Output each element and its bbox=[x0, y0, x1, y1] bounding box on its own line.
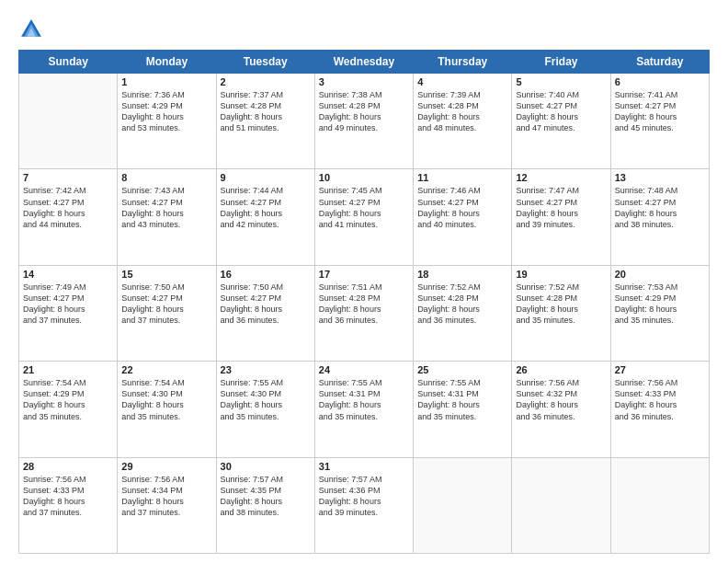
calendar-week-row: 21Sunrise: 7:54 AMSunset: 4:29 PMDayligh… bbox=[19, 362, 710, 457]
day-info: Sunrise: 7:41 AMSunset: 4:27 PMDaylight:… bbox=[615, 89, 705, 134]
calendar-cell: 23Sunrise: 7:55 AMSunset: 4:30 PMDayligh… bbox=[216, 362, 314, 457]
day-info: Sunrise: 7:47 AMSunset: 4:27 PMDaylight:… bbox=[516, 185, 606, 230]
day-number: 6 bbox=[615, 76, 705, 87]
calendar-cell: 10Sunrise: 7:45 AMSunset: 4:27 PMDayligh… bbox=[314, 169, 413, 265]
calendar-cell: 22Sunrise: 7:54 AMSunset: 4:30 PMDayligh… bbox=[118, 362, 216, 457]
day-number: 30 bbox=[221, 461, 311, 472]
day-info: Sunrise: 7:51 AMSunset: 4:28 PMDaylight:… bbox=[319, 282, 409, 327]
calendar-cell bbox=[512, 457, 610, 553]
day-number: 31 bbox=[319, 461, 409, 472]
day-number: 11 bbox=[417, 172, 507, 183]
calendar-cell: 9Sunrise: 7:44 AMSunset: 4:27 PMDaylight… bbox=[216, 169, 314, 265]
day-info: Sunrise: 7:52 AMSunset: 4:28 PMDaylight:… bbox=[417, 282, 507, 327]
calendar-cell: 28Sunrise: 7:56 AMSunset: 4:33 PMDayligh… bbox=[19, 457, 118, 553]
day-info: Sunrise: 7:56 AMSunset: 4:33 PMDaylight:… bbox=[615, 377, 705, 422]
calendar-cell bbox=[19, 74, 118, 169]
day-number: 18 bbox=[417, 269, 507, 280]
calendar-cell: 31Sunrise: 7:57 AMSunset: 4:36 PMDayligh… bbox=[314, 457, 413, 553]
day-info: Sunrise: 7:44 AMSunset: 4:27 PMDaylight:… bbox=[221, 185, 311, 230]
day-info: Sunrise: 7:40 AMSunset: 4:27 PMDaylight:… bbox=[516, 89, 606, 134]
calendar-week-row: 1Sunrise: 7:36 AMSunset: 4:29 PMDaylight… bbox=[19, 74, 710, 169]
calendar-cell: 19Sunrise: 7:52 AMSunset: 4:28 PMDayligh… bbox=[512, 265, 610, 361]
calendar-cell: 12Sunrise: 7:47 AMSunset: 4:27 PMDayligh… bbox=[512, 169, 610, 265]
calendar-cell: 15Sunrise: 7:50 AMSunset: 4:27 PMDayligh… bbox=[118, 265, 216, 361]
day-info: Sunrise: 7:39 AMSunset: 4:28 PMDaylight:… bbox=[417, 89, 507, 134]
day-info: Sunrise: 7:46 AMSunset: 4:27 PMDaylight:… bbox=[417, 185, 507, 230]
weekday-header: Thursday bbox=[414, 51, 512, 74]
day-number: 17 bbox=[319, 269, 409, 280]
day-info: Sunrise: 7:55 AMSunset: 4:31 PMDaylight:… bbox=[417, 377, 507, 422]
day-info: Sunrise: 7:56 AMSunset: 4:34 PMDaylight:… bbox=[121, 474, 211, 519]
calendar-table: SundayMondayTuesdayWednesdayThursdayFrid… bbox=[18, 50, 710, 554]
day-number: 3 bbox=[319, 76, 409, 87]
calendar-cell: 4Sunrise: 7:39 AMSunset: 4:28 PMDaylight… bbox=[414, 74, 512, 169]
calendar-cell: 25Sunrise: 7:55 AMSunset: 4:31 PMDayligh… bbox=[414, 362, 512, 457]
day-number: 26 bbox=[516, 364, 606, 375]
day-number: 19 bbox=[516, 269, 606, 280]
day-number: 24 bbox=[319, 364, 409, 375]
day-info: Sunrise: 7:50 AMSunset: 4:27 PMDaylight:… bbox=[221, 282, 311, 327]
day-number: 21 bbox=[23, 364, 113, 375]
page: SundayMondayTuesdayWednesdayThursdayFrid… bbox=[0, 0, 728, 563]
day-number: 10 bbox=[319, 172, 409, 183]
day-number: 16 bbox=[221, 269, 311, 280]
day-number: 13 bbox=[615, 172, 705, 183]
day-info: Sunrise: 7:54 AMSunset: 4:30 PMDaylight:… bbox=[121, 377, 211, 422]
calendar-cell: 1Sunrise: 7:36 AMSunset: 4:29 PMDaylight… bbox=[118, 74, 216, 169]
day-info: Sunrise: 7:56 AMSunset: 4:33 PMDaylight:… bbox=[23, 474, 113, 519]
day-info: Sunrise: 7:56 AMSunset: 4:32 PMDaylight:… bbox=[516, 377, 606, 422]
weekday-header: Tuesday bbox=[216, 51, 314, 74]
day-info: Sunrise: 7:36 AMSunset: 4:29 PMDaylight:… bbox=[121, 89, 211, 134]
calendar-cell: 20Sunrise: 7:53 AMSunset: 4:29 PMDayligh… bbox=[610, 265, 709, 361]
weekday-row: SundayMondayTuesdayWednesdayThursdayFrid… bbox=[19, 51, 710, 74]
day-number: 25 bbox=[417, 364, 507, 375]
calendar-cell: 6Sunrise: 7:41 AMSunset: 4:27 PMDaylight… bbox=[610, 74, 709, 169]
day-number: 12 bbox=[516, 172, 606, 183]
day-info: Sunrise: 7:37 AMSunset: 4:28 PMDaylight:… bbox=[221, 89, 311, 134]
day-info: Sunrise: 7:55 AMSunset: 4:31 PMDaylight:… bbox=[319, 377, 409, 422]
calendar-cell bbox=[610, 457, 709, 553]
logo-icon bbox=[18, 17, 44, 42]
day-info: Sunrise: 7:55 AMSunset: 4:30 PMDaylight:… bbox=[221, 377, 311, 422]
day-number: 22 bbox=[121, 364, 211, 375]
day-number: 8 bbox=[121, 172, 211, 183]
day-info: Sunrise: 7:52 AMSunset: 4:28 PMDaylight:… bbox=[516, 282, 606, 327]
day-info: Sunrise: 7:57 AMSunset: 4:36 PMDaylight:… bbox=[319, 474, 409, 519]
day-number: 4 bbox=[417, 76, 507, 87]
calendar-cell: 24Sunrise: 7:55 AMSunset: 4:31 PMDayligh… bbox=[314, 362, 413, 457]
day-info: Sunrise: 7:49 AMSunset: 4:27 PMDaylight:… bbox=[23, 282, 113, 327]
calendar-cell: 18Sunrise: 7:52 AMSunset: 4:28 PMDayligh… bbox=[414, 265, 512, 361]
calendar-cell: 2Sunrise: 7:37 AMSunset: 4:28 PMDaylight… bbox=[216, 74, 314, 169]
day-number: 15 bbox=[121, 269, 211, 280]
weekday-header: Sunday bbox=[19, 51, 118, 74]
weekday-header: Wednesday bbox=[314, 51, 413, 74]
day-info: Sunrise: 7:45 AMSunset: 4:27 PMDaylight:… bbox=[319, 185, 409, 230]
calendar-cell: 16Sunrise: 7:50 AMSunset: 4:27 PMDayligh… bbox=[216, 265, 314, 361]
weekday-header: Friday bbox=[512, 51, 610, 74]
calendar-body: 1Sunrise: 7:36 AMSunset: 4:29 PMDaylight… bbox=[19, 74, 710, 554]
day-number: 29 bbox=[121, 461, 211, 472]
calendar-cell: 5Sunrise: 7:40 AMSunset: 4:27 PMDaylight… bbox=[512, 74, 610, 169]
calendar-cell: 27Sunrise: 7:56 AMSunset: 4:33 PMDayligh… bbox=[610, 362, 709, 457]
day-info: Sunrise: 7:54 AMSunset: 4:29 PMDaylight:… bbox=[23, 377, 113, 422]
calendar-cell: 26Sunrise: 7:56 AMSunset: 4:32 PMDayligh… bbox=[512, 362, 610, 457]
calendar-cell: 17Sunrise: 7:51 AMSunset: 4:28 PMDayligh… bbox=[314, 265, 413, 361]
calendar-week-row: 7Sunrise: 7:42 AMSunset: 4:27 PMDaylight… bbox=[19, 169, 710, 265]
day-number: 2 bbox=[221, 76, 311, 87]
calendar-cell: 21Sunrise: 7:54 AMSunset: 4:29 PMDayligh… bbox=[19, 362, 118, 457]
day-number: 27 bbox=[615, 364, 705, 375]
weekday-header: Saturday bbox=[610, 51, 709, 74]
day-number: 23 bbox=[221, 364, 311, 375]
calendar-cell: 30Sunrise: 7:57 AMSunset: 4:35 PMDayligh… bbox=[216, 457, 314, 553]
calendar-week-row: 28Sunrise: 7:56 AMSunset: 4:33 PMDayligh… bbox=[19, 457, 710, 553]
logo bbox=[18, 17, 48, 42]
day-number: 1 bbox=[121, 76, 211, 87]
day-number: 9 bbox=[221, 172, 311, 183]
day-number: 14 bbox=[23, 269, 113, 280]
calendar-cell: 29Sunrise: 7:56 AMSunset: 4:34 PMDayligh… bbox=[118, 457, 216, 553]
day-number: 5 bbox=[516, 76, 606, 87]
day-info: Sunrise: 7:48 AMSunset: 4:27 PMDaylight:… bbox=[615, 185, 705, 230]
calendar-cell: 3Sunrise: 7:38 AMSunset: 4:28 PMDaylight… bbox=[314, 74, 413, 169]
day-info: Sunrise: 7:43 AMSunset: 4:27 PMDaylight:… bbox=[121, 185, 211, 230]
day-number: 20 bbox=[615, 269, 705, 280]
